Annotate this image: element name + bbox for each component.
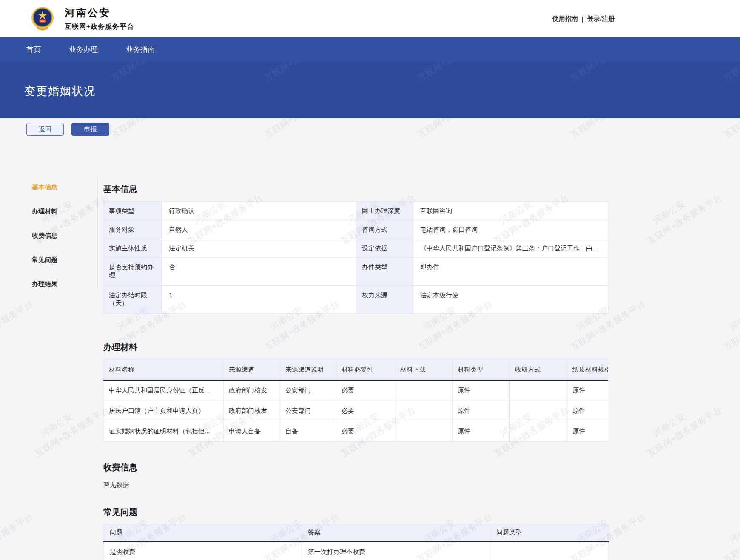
main-column: 基本信息 事项类型 行政确认 网上办理深度 互联网咨询 服务对象 自然人 咨询方…	[103, 140, 608, 560]
fees-empty-text: 暂无数据	[103, 481, 608, 489]
cell: 政府部门核发	[224, 381, 280, 401]
cell: 原件	[567, 421, 609, 442]
faq-heading: 常见问题	[103, 506, 608, 518]
section-sidebar: 基本信息 办理材料 收费信息 常见问题 办理结果	[32, 178, 98, 290]
fees-heading: 收费信息	[103, 461, 608, 473]
cell: 原件	[453, 421, 510, 442]
cell-material-name: 居民户口簿（户主页和申请人页）	[104, 401, 224, 421]
cell: 政府部门核发	[224, 401, 280, 421]
apply-button[interactable]: 申报	[71, 123, 109, 136]
faq-table: 问题 答案 问题类型 是否收费 第一次打办理不收费	[103, 524, 609, 560]
materials-table-clip: 材料名称 来源渠道 来源渠道说明 材料必要性 材料下载 材料类型 收取方式 纸质…	[103, 359, 608, 442]
page-banner: 河南公安互联网+政务服务平台河南公安互联网+政务服务平台河南公安互联网+政务服务…	[0, 62, 740, 118]
cell-material-name: 证实婚姻状况的证明材料（包括但...	[104, 421, 224, 442]
sidebar-item-result[interactable]: 办理结果	[32, 281, 97, 287]
column-header: 材料下载	[395, 359, 453, 381]
brand-subtitle: 互联网+政务服务平台	[65, 23, 134, 31]
cell: 公安部门	[280, 381, 336, 401]
info-label: 权力来源	[357, 286, 413, 314]
info-label: 设定依据	[357, 239, 413, 258]
cell	[510, 401, 567, 421]
column-header: 答案	[302, 524, 490, 541]
main-area: 返回 申报 基本信息 办理材料 收费信息 常见问题 办理结果 基本信息 事项类型…	[0, 118, 740, 560]
table-row: 是否支持预约办理 否 办件类型 即办件	[104, 258, 609, 286]
column-header: 来源渠道说明	[280, 359, 336, 381]
cell	[510, 381, 567, 401]
info-value: 即办件	[413, 258, 609, 286]
info-value: 自然人	[162, 220, 357, 239]
cell-question: 是否收费	[104, 541, 302, 560]
site-header: 河南公安 互联网+政务服务平台 使用指南 | 登录/注册	[0, 0, 740, 37]
materials-heading: 办理材料	[103, 341, 608, 353]
main-nav: 首页 业务办理 业务指南	[0, 37, 740, 62]
info-value: 1	[162, 286, 357, 314]
cell-answer: 第一次打办理不收费	[302, 541, 490, 560]
back-button[interactable]: 返回	[26, 123, 64, 136]
table-row: 证实婚姻状况的证明材料（包括但... 申请人自备 自备 必要 原件 原件	[104, 421, 609, 442]
table-header-row: 材料名称 来源渠道 来源渠道说明 材料必要性 材料下载 材料类型 收取方式 纸质…	[104, 359, 609, 381]
cell	[395, 421, 453, 442]
column-header: 来源渠道	[224, 359, 280, 381]
toolbar: 返回 申报	[0, 118, 740, 140]
table-row: 是否收费 第一次打办理不收费	[104, 541, 609, 560]
basic-info-table: 事项类型 行政确认 网上办理深度 互联网咨询 服务对象 自然人 咨询方式 电话咨…	[103, 201, 609, 314]
info-label: 服务对象	[104, 220, 162, 239]
column-header: 问题	[104, 524, 302, 541]
table-row: 法定办结时限 （天） 1 权力来源 法定本级行使	[104, 286, 609, 314]
nav-item-business[interactable]: 业务办理	[69, 45, 98, 54]
info-label: 网上办理深度	[357, 202, 413, 220]
info-value: 《中华人民共和国户口登记条例》第三条：户口登记工作，由...	[413, 239, 609, 258]
cell: 申请人自备	[224, 421, 280, 442]
cell: 原件	[453, 401, 510, 421]
cell: 原件	[453, 381, 510, 401]
sidebar-item-fees[interactable]: 收费信息	[32, 232, 97, 239]
basic-info-heading: 基本信息	[103, 183, 608, 195]
content: 基本信息 办理材料 收费信息 常见问题 办理结果 基本信息 事项类型 行政确认 …	[0, 140, 740, 560]
nav-item-guide[interactable]: 业务指南	[126, 45, 155, 54]
cell	[510, 421, 567, 442]
brand-title: 河南公安	[65, 6, 134, 20]
cell: 公安部门	[280, 401, 336, 421]
info-label: 是否支持预约办理	[104, 258, 162, 286]
link-separator: |	[582, 15, 583, 23]
column-header: 材料类型	[453, 359, 510, 381]
info-value: 法定机关	[162, 239, 357, 258]
info-value: 否	[162, 258, 357, 286]
cell	[395, 401, 453, 421]
brand: 河南公安 互联网+政务服务平台	[29, 5, 134, 32]
police-badge-icon	[29, 5, 56, 32]
header-links: 使用指南 | 登录/注册	[552, 15, 615, 23]
cell: 原件	[567, 381, 609, 401]
info-value: 法定本级行使	[413, 286, 609, 314]
column-header: 材料名称	[104, 359, 224, 381]
table-row: 实施主体性质 法定机关 设定依据 《中华人民共和国户口登记条例》第三条：户口登记…	[104, 239, 609, 258]
cell: 自备	[280, 421, 336, 442]
page-title: 变更婚姻状况	[0, 62, 740, 99]
column-header: 纸质材料规格	[567, 359, 609, 381]
cell: 必要	[336, 381, 395, 401]
table-row: 居民户口簿（户主页和申请人页） 政府部门核发 公安部门 必要 原件 原件	[104, 401, 609, 421]
info-label: 事项类型	[104, 202, 162, 220]
login-register-link[interactable]: 登录/注册	[587, 15, 615, 23]
sidebar-item-materials[interactable]: 办理材料	[32, 208, 97, 215]
brand-text: 河南公安 互联网+政务服务平台	[65, 6, 134, 31]
info-value: 行政确认	[162, 202, 357, 220]
sidebar-item-basic-info[interactable]: 基本信息	[32, 184, 97, 190]
column-header: 材料必要性	[336, 359, 395, 381]
sidebar-item-faq[interactable]: 常见问题	[32, 256, 97, 263]
cell	[395, 381, 453, 401]
info-label: 法定办结时限 （天）	[104, 286, 162, 314]
column-header: 收取方式	[510, 359, 567, 381]
guide-link[interactable]: 使用指南	[552, 15, 578, 23]
info-label: 咨询方式	[357, 220, 413, 239]
cell: 必要	[336, 401, 395, 421]
table-row: 事项类型 行政确认 网上办理深度 互联网咨询	[104, 202, 609, 220]
table-row: 服务对象 自然人 咨询方式 电话咨询，窗口咨询	[104, 220, 609, 239]
info-value: 电话咨询，窗口咨询	[413, 220, 609, 239]
table-header-row: 问题 答案 问题类型	[104, 524, 609, 541]
info-label: 办件类型	[357, 258, 413, 286]
page: 河南公安 互联网+政务服务平台 使用指南 | 登录/注册 首页 业务办理 业务指…	[0, 0, 740, 560]
materials-table: 材料名称 来源渠道 来源渠道说明 材料必要性 材料下载 材料类型 收取方式 纸质…	[103, 359, 608, 442]
nav-item-home[interactable]: 首页	[26, 45, 41, 54]
cell: 原件	[567, 401, 609, 421]
